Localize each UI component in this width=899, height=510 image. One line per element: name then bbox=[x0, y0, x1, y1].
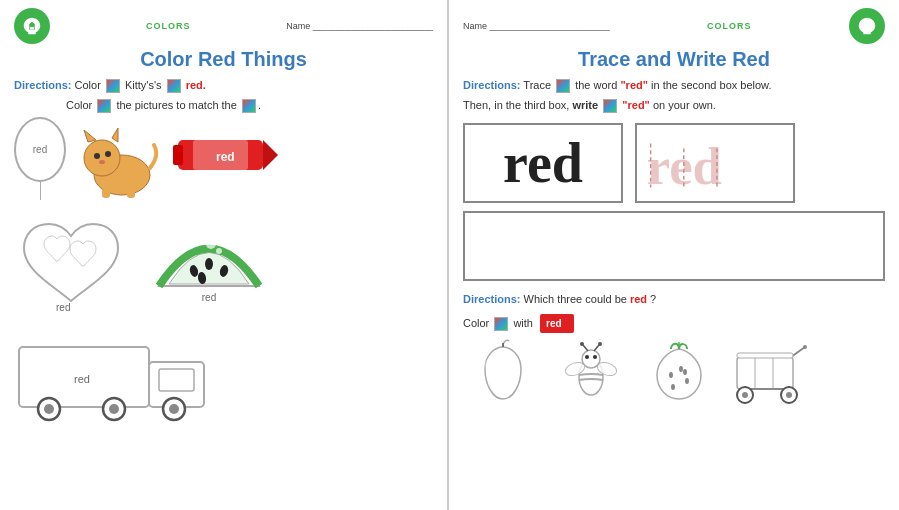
bottom-images bbox=[463, 337, 885, 407]
svg-point-46 bbox=[598, 342, 602, 346]
crayon-red-label: red bbox=[540, 314, 574, 333]
watermelon-illustration: red bbox=[139, 206, 279, 321]
truck-illustration: red bbox=[14, 327, 204, 422]
right-page: Name ________________________ COLORS Tra… bbox=[449, 0, 899, 510]
word-box-trace: red bbox=[635, 123, 795, 203]
svg-rect-14 bbox=[173, 145, 183, 165]
svg-rect-0 bbox=[30, 27, 34, 30]
svg-point-50 bbox=[679, 366, 683, 372]
right-page-title: Trace and Write Red bbox=[463, 48, 885, 71]
word-box-display: red bbox=[463, 123, 623, 203]
bot-row: red bbox=[14, 327, 433, 422]
svg-rect-25 bbox=[159, 369, 194, 391]
heart-svg: red bbox=[14, 206, 129, 321]
logo-icon bbox=[21, 15, 43, 37]
strawberry-image bbox=[639, 337, 719, 407]
cat-illustration bbox=[72, 120, 162, 200]
heart-illustration: red bbox=[14, 206, 129, 321]
bee-image bbox=[551, 337, 631, 407]
svg-rect-55 bbox=[737, 357, 793, 389]
right-swatch-2 bbox=[603, 99, 617, 113]
svg-point-42 bbox=[593, 355, 597, 359]
svg-point-52 bbox=[671, 384, 675, 390]
mid-row: red bbox=[14, 206, 433, 321]
balloon-illustration: red bbox=[14, 117, 66, 200]
svg-point-20 bbox=[206, 239, 216, 249]
crayon-illustration: red bbox=[168, 125, 278, 200]
word-display: red bbox=[503, 131, 583, 195]
color-swatch-icon-4 bbox=[242, 99, 256, 113]
svg-rect-8 bbox=[102, 188, 110, 198]
watermelon-svg: red bbox=[139, 206, 279, 321]
svg-point-6 bbox=[105, 151, 111, 157]
svg-point-2 bbox=[84, 140, 120, 176]
svg-point-51 bbox=[685, 378, 689, 384]
crayon-svg: red bbox=[168, 125, 288, 185]
svg-text:red: red bbox=[202, 292, 216, 303]
right-header: Name ________________________ COLORS bbox=[463, 8, 885, 44]
trace-word-svg: red bbox=[637, 123, 793, 203]
right-header-label: COLORS bbox=[707, 21, 752, 31]
right-logo bbox=[849, 8, 885, 44]
right-swatch-3 bbox=[494, 317, 508, 331]
svg-point-21 bbox=[216, 248, 222, 254]
strawberry-svg bbox=[643, 337, 715, 407]
left-illustration-area: red bbox=[14, 117, 433, 422]
balloon-body: red bbox=[14, 117, 66, 182]
svg-point-41 bbox=[585, 355, 589, 359]
svg-line-43 bbox=[583, 345, 588, 351]
svg-point-49 bbox=[669, 372, 673, 378]
svg-text:red: red bbox=[216, 150, 235, 164]
svg-point-7 bbox=[99, 160, 105, 164]
top-row: red bbox=[14, 117, 433, 200]
svg-point-44 bbox=[580, 342, 584, 346]
word-boxes-row: red red bbox=[463, 123, 885, 203]
svg-point-31 bbox=[169, 404, 179, 414]
apple-svg bbox=[467, 337, 539, 407]
svg-point-27 bbox=[44, 404, 54, 414]
apple-image bbox=[463, 337, 543, 407]
svg-point-62 bbox=[786, 392, 792, 398]
left-directions-1: Directions: Color Kitty's's red. bbox=[14, 77, 433, 94]
svg-point-60 bbox=[742, 392, 748, 398]
left-page: COLORS Name ________________________ Col… bbox=[0, 0, 449, 510]
right-directions-4: Color with red bbox=[463, 314, 885, 333]
right-directions-3: Directions: Which three could be red ? bbox=[463, 291, 885, 308]
left-logo bbox=[14, 8, 50, 44]
svg-rect-33 bbox=[865, 27, 869, 30]
svg-rect-9 bbox=[127, 188, 135, 198]
svg-text:red: red bbox=[647, 137, 722, 195]
svg-marker-11 bbox=[263, 140, 278, 170]
color-swatch-icon-2 bbox=[167, 79, 181, 93]
right-swatch-1 bbox=[556, 79, 570, 93]
svg-point-17 bbox=[205, 258, 213, 270]
color-swatch-icon-1 bbox=[106, 79, 120, 93]
svg-text:red: red bbox=[56, 302, 70, 313]
left-name-label: Name ________________________ bbox=[286, 21, 433, 31]
svg-text:red: red bbox=[74, 373, 90, 385]
svg-point-53 bbox=[683, 369, 687, 375]
svg-line-45 bbox=[594, 345, 599, 351]
svg-marker-3 bbox=[84, 130, 96, 142]
left-header: COLORS Name ________________________ bbox=[14, 8, 433, 44]
cat-svg bbox=[72, 120, 162, 200]
svg-point-64 bbox=[803, 345, 807, 349]
svg-rect-65 bbox=[737, 353, 793, 358]
truck-svg: red bbox=[14, 327, 214, 422]
right-name-label: Name ________________________ bbox=[463, 21, 610, 31]
wagon-svg bbox=[727, 337, 807, 407]
word-box-write[interactable] bbox=[463, 211, 885, 281]
right-directions-2: Then, in the third box, write "red" on y… bbox=[463, 97, 885, 114]
svg-point-38 bbox=[485, 357, 501, 373]
left-directions-2: Color the pictures to match the . bbox=[14, 97, 433, 114]
bee-svg bbox=[555, 337, 627, 407]
svg-point-5 bbox=[94, 153, 100, 159]
color-swatch-icon-3 bbox=[97, 99, 111, 113]
wagon-image bbox=[727, 337, 807, 407]
right-logo-icon bbox=[856, 15, 878, 37]
balloon-word-label: red bbox=[33, 144, 47, 155]
balloon-string bbox=[40, 182, 41, 200]
svg-marker-4 bbox=[112, 128, 118, 142]
left-page-title: Color Red Things bbox=[14, 48, 433, 71]
svg-point-29 bbox=[109, 404, 119, 414]
